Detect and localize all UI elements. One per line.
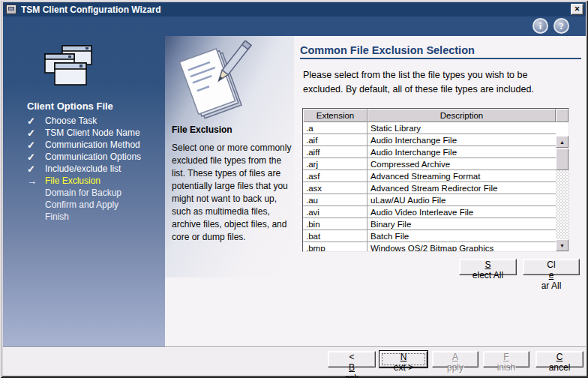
extension-cell: .asx (303, 182, 368, 194)
wizard-step: Finish (27, 211, 164, 223)
wizard-step: ✓ Communication Method (27, 139, 164, 151)
extension-column-header[interactable]: Extension (303, 109, 368, 122)
step-label: Choose Task (45, 116, 97, 126)
step-label: TSM Client Node Name (45, 128, 140, 138)
table-row[interactable]: .asf Advanced Streaming Format (303, 170, 556, 182)
step-label: Include/exclude list (45, 164, 121, 174)
extension-cell: .aiff (303, 146, 368, 158)
table-row[interactable]: .bat Batch File (303, 230, 556, 242)
step-label: Finish (45, 212, 69, 222)
step-status-icon: → (27, 176, 45, 187)
sidebar-heading: Client Options File (27, 100, 113, 112)
description-cell: Batch File (368, 232, 556, 241)
description-column-header[interactable]: Description (368, 109, 556, 122)
wizard-step: Confirm and Apply (27, 199, 164, 211)
description-cell: Compressed Archive (368, 160, 556, 169)
wizard-step: → File Exclusion (27, 175, 164, 187)
step-status-icon: ✓ (27, 164, 45, 175)
step-status-icon: ✓ (27, 152, 45, 163)
extension-cell: .avi (303, 206, 368, 218)
description-cell: Audio Video Interleave File (368, 208, 556, 217)
step-label: Communication Options (45, 152, 141, 162)
page-instructions: Please select from the list the file typ… (303, 68, 567, 97)
step-status-icon: ✓ (27, 128, 45, 139)
wizard-step: ✓ Choose Task (27, 115, 164, 127)
description-cell: Audio Interchange File (368, 148, 556, 157)
table-row[interactable]: .avi Audio Video Interleave File (303, 206, 556, 218)
table-row[interactable]: .bin Binary File (303, 218, 556, 230)
wizard-window: TSM Client Configuration Wizard ✕ i ? Cl… (0, 0, 588, 378)
description-cell: Windows OS/2 Bitmap Graphics (368, 244, 556, 252)
window-title: TSM Client Configuration Wizard (21, 4, 161, 15)
extension-cell: .bat (303, 230, 368, 242)
cascading-windows-icon (44, 45, 93, 88)
table-row[interactable]: .bmp Windows OS/2 Bitmap Graphics (303, 242, 556, 251)
step-label: Communication Method (45, 140, 140, 150)
table-row[interactable]: .asx Advanced Stream Redirector File (303, 182, 556, 194)
app-icon (6, 4, 16, 14)
scroll-up-icon[interactable]: ▲ (556, 136, 568, 148)
description-cell: Advanced Stream Redirector File (368, 184, 556, 193)
wizard-sidebar: Client Options File ✓ Choose Task ✓ TSM … (3, 16, 165, 347)
table-row[interactable]: .au uLaw/AU Audio File (303, 194, 556, 206)
extension-cell: .arj (303, 158, 368, 170)
description-cell: uLaw/AU Audio File (368, 196, 556, 205)
step-panel-description: Select one or more commonly excluded fil… (172, 142, 292, 244)
table-row[interactable]: .aif Audio Interchange File (303, 134, 556, 146)
step-status-icon: ✓ (27, 116, 45, 127)
select-all-button[interactable]: Select All (459, 259, 517, 275)
description-cell: Advanced Streaming Format (368, 172, 556, 181)
table-row[interactable]: .a Static Library (303, 122, 556, 134)
step-status-icon: ✓ (27, 140, 45, 151)
scrollbar-thumb[interactable] (556, 148, 568, 170)
title-bar[interactable]: TSM Client Configuration Wizard ✕ (3, 2, 586, 16)
close-icon[interactable]: ✕ (571, 4, 584, 15)
wizard-step: ✓ TSM Client Node Name (27, 127, 164, 139)
page-title: Common File Exclusion Selection (300, 44, 475, 56)
extension-cell: .a (303, 122, 368, 134)
description-cell: Static Library (368, 124, 556, 133)
extension-cell: .au (303, 194, 368, 206)
step-label: Confirm and Apply (45, 200, 118, 210)
finish-button: Finish (483, 351, 530, 368)
description-cell: Binary File (368, 220, 556, 229)
title-rule (300, 58, 581, 59)
file-exclusion-table: Extension Description .a Static Library … (302, 108, 569, 252)
header-filler (556, 109, 568, 122)
wizard-step: Domain for Backup (27, 187, 164, 199)
extension-cell: .bmp (303, 242, 368, 251)
step-label: Domain for Backup (45, 188, 122, 198)
cancel-button[interactable]: Cancel (536, 351, 584, 368)
clear-all-button[interactable]: Clear All (523, 259, 580, 275)
help-icon[interactable]: ? (554, 18, 569, 34)
next-button[interactable]: Next > (380, 351, 428, 368)
table-header: Extension Description (303, 109, 568, 122)
table-row[interactable]: .arj Compressed Archive (303, 158, 556, 170)
scroll-down-icon[interactable]: ▼ (556, 239, 568, 251)
apply-button: Apply (432, 351, 478, 368)
step-panel-title: File Exclusion (172, 124, 232, 135)
table-row[interactable]: .aiff Audio Interchange File (303, 146, 556, 158)
vertical-scrollbar[interactable]: ▲ ▼ (556, 136, 568, 251)
back-button[interactable]: < Back (328, 351, 376, 368)
table-body: .a Static Library .aif Audio Interchange… (303, 122, 568, 251)
wizard-steps-list: ✓ Choose Task ✓ TSM Client Node Name ✓ C… (27, 115, 164, 223)
notepad-pencil-icon (174, 40, 256, 124)
extension-cell: .asf (303, 170, 368, 182)
description-cell: Audio Interchange File (368, 136, 556, 145)
info-icon[interactable]: i (532, 18, 548, 34)
extension-cell: .bin (303, 218, 368, 230)
step-label: File Exclusion (45, 176, 100, 186)
step-description-panel: File Exclusion Select one or more common… (165, 36, 294, 278)
extension-cell: .aif (303, 134, 368, 146)
wizard-step: ✓ Communication Options (27, 151, 164, 163)
wizard-step: ✓ Include/exclude list (27, 163, 164, 175)
